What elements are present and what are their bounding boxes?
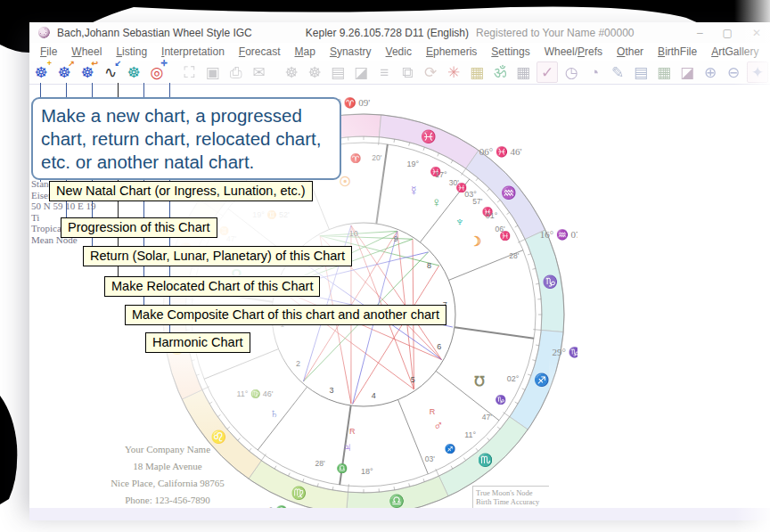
previous-chart-wheel-icon[interactable]: ☸↩ xyxy=(78,62,97,82)
menu-bar: FileWheelListingInterpretationForecastMa… xyxy=(29,43,770,61)
doc-pages-icon[interactable]: ▤ xyxy=(631,62,651,82)
clock-wheel-icon[interactable]: ◔ xyxy=(585,62,604,82)
menu-file[interactable]: File xyxy=(33,44,64,60)
contrast-icon[interactable]: ◪ xyxy=(351,62,371,82)
cascade-item-make-composite-chart[interactable]: Make Composite Chart of this chart and a… xyxy=(125,305,446,325)
menu-vedic[interactable]: Vedic xyxy=(379,44,419,60)
refresh-icon[interactable]: ⟳ xyxy=(421,62,440,82)
svg-text:♎: ♎ xyxy=(336,462,348,474)
menu-map[interactable]: Map xyxy=(288,44,323,60)
svg-text:♃: ♃ xyxy=(342,439,352,454)
menu-settings[interactable]: Settings xyxy=(484,44,537,60)
clock-icon[interactable]: ◷ xyxy=(561,62,581,82)
svg-text:28': 28' xyxy=(509,251,519,260)
svg-text:♓: ♓ xyxy=(499,230,511,241)
menu-listing[interactable]: Listing xyxy=(109,44,154,60)
svg-text:♎: ♎ xyxy=(389,494,405,508)
menu-ephemeris[interactable]: Ephemeris xyxy=(419,44,484,60)
chart-data-corner-box: True Moon's Node2 ♊ 20Birth Time Accurac… xyxy=(472,486,578,508)
swap-curve-icon[interactable]: ∿↙ xyxy=(101,62,120,82)
svg-text:♑: ♑ xyxy=(543,274,559,290)
svg-text:♍: ♍ xyxy=(291,486,307,501)
calendar-icon[interactable]: ▦ xyxy=(513,62,533,82)
svg-text:♆: ♆ xyxy=(455,214,464,229)
globe-wheel-icon[interactable]: ☸ xyxy=(124,62,143,82)
app-version: Kepler 9.26.105.728 D11 (English) xyxy=(306,27,469,39)
cascade-item-new-natal-chart[interactable]: New Natal Chart (or Ingress, Lunation, e… xyxy=(49,181,313,201)
menu-install[interactable]: Install xyxy=(766,44,770,60)
zoom-in-icon[interactable]: ⊕ xyxy=(700,62,720,82)
svg-text:11°: 11° xyxy=(464,430,476,439)
cascade-item-harmonic-chart[interactable]: Harmonic Chart xyxy=(145,332,250,353)
svg-text:♏: ♏ xyxy=(478,453,494,468)
svg-text:17°: 17° xyxy=(435,170,447,179)
target-wheel-icon[interactable]: ◎✛ xyxy=(147,62,167,82)
svg-text:4: 4 xyxy=(372,391,376,400)
pages-icon[interactable]: ⧉ xyxy=(397,62,417,82)
toolbar: ☸+☸↗☸↩∿↙☸◎✛⛶▣⎙✉☸☸▤◪≡⧉⟳✳▦ॐ▦✓◷◔✎▤▦◪⊕⊖✦ xyxy=(29,61,770,85)
checkmark-icon[interactable]: ✓ xyxy=(537,61,558,83)
app-logo-icon xyxy=(38,27,50,38)
svg-text:R: R xyxy=(349,427,356,436)
gift-wheel-icon[interactable]: ▦ xyxy=(467,62,487,82)
registration-text: Registered to Your Name #00000 xyxy=(476,27,634,39)
listing-icon[interactable]: ≡ xyxy=(374,62,394,82)
new-chart-wheel-icon[interactable]: ☸+ xyxy=(31,62,51,82)
menu-wheelprefs[interactable]: Wheel/Prefs xyxy=(537,44,610,60)
menu-forecast[interactable]: Forecast xyxy=(232,44,288,60)
svg-text:6: 6 xyxy=(437,342,441,351)
open-chart-wheel-icon[interactable]: ☸↗ xyxy=(54,62,74,82)
svg-text:℧: ℧ xyxy=(474,373,485,389)
svg-text:18°: 18° xyxy=(361,467,373,476)
corner-box-row: Birth Time AccuracyX xyxy=(476,497,576,506)
svg-text:R: R xyxy=(430,407,436,416)
svg-text:28': 28' xyxy=(315,459,325,468)
svg-text:01°: 01° xyxy=(486,211,498,220)
minimize-button[interactable]: – xyxy=(697,27,703,39)
page-curl-left xyxy=(0,392,23,508)
menu-wheel[interactable]: Wheel xyxy=(64,44,109,60)
close-button[interactable]: ✕ xyxy=(752,27,761,39)
company-info: Your Company Name18 Maple AvenueNice Pla… xyxy=(56,441,279,508)
zoom-out-icon[interactable]: ⊖ xyxy=(724,62,743,82)
svg-text:♐: ♐ xyxy=(534,372,550,388)
compass-icon[interactable]: ✦ xyxy=(747,61,768,83)
cascade-item-return-solar-lunar[interactable]: Return (Solar, Lunar, Planetary) of this… xyxy=(83,246,352,266)
svg-text:5: 5 xyxy=(411,375,415,384)
om-icon[interactable]: ॐ xyxy=(490,62,510,82)
svg-text:06° ♓ 46': 06° ♓ 46' xyxy=(479,145,522,158)
menu-birthfile[interactable]: BirthFile xyxy=(651,44,704,60)
svg-text:29° ♑ 39': 29° ♑ 39' xyxy=(553,346,578,358)
wheel-a-icon[interactable]: ☸ xyxy=(282,62,301,82)
wheel-b-icon[interactable]: ☸ xyxy=(305,62,324,82)
svg-text:♐: ♐ xyxy=(445,443,456,454)
resize-icon[interactable]: ⛶ xyxy=(180,62,200,82)
corner-box-row: True Moon's Node2 ♊ 20 xyxy=(476,488,576,497)
doc-edit-icon[interactable]: ✎ xyxy=(608,62,627,82)
svg-text:16° ♒ 07': 16° ♒ 07' xyxy=(540,228,578,241)
cascade-item-progression-of-this[interactable]: Progression of this Chart xyxy=(61,217,217,238)
svg-text:47': 47' xyxy=(482,413,492,422)
menu-other[interactable]: Other xyxy=(610,44,651,60)
snapshot-icon[interactable]: ▤ xyxy=(328,62,348,82)
graph-icon[interactable]: ◪ xyxy=(677,62,697,82)
status-strip xyxy=(29,508,770,520)
menu-synastry[interactable]: Synastry xyxy=(323,44,379,60)
print-icon[interactable]: ⎙ xyxy=(226,62,246,82)
svg-text:♒: ♒ xyxy=(501,185,517,201)
menu-artgallery[interactable]: ArtGallery xyxy=(704,44,766,60)
svg-text:02°: 02° xyxy=(507,374,520,383)
table-icon[interactable]: ▦ xyxy=(654,62,674,82)
svg-text:03': 03' xyxy=(425,454,435,463)
svg-text:03°: 03° xyxy=(464,190,477,199)
aspect-lines-icon[interactable]: ✳ xyxy=(444,62,463,82)
svg-text:♀: ♀ xyxy=(431,194,441,209)
maximize-button[interactable]: ▢ xyxy=(723,27,733,39)
save-icon[interactable]: ▣ xyxy=(203,62,223,82)
email-icon[interactable]: ✉ xyxy=(250,62,269,82)
svg-text:♓: ♓ xyxy=(421,129,437,144)
svg-text:8: 8 xyxy=(427,261,431,270)
cascade-item-make-relocated-chart[interactable]: Make Relocated Chart of this Chart xyxy=(104,276,320,297)
svg-text:♂: ♂ xyxy=(433,417,443,432)
menu-interpretation[interactable]: Interpretation xyxy=(154,44,232,60)
